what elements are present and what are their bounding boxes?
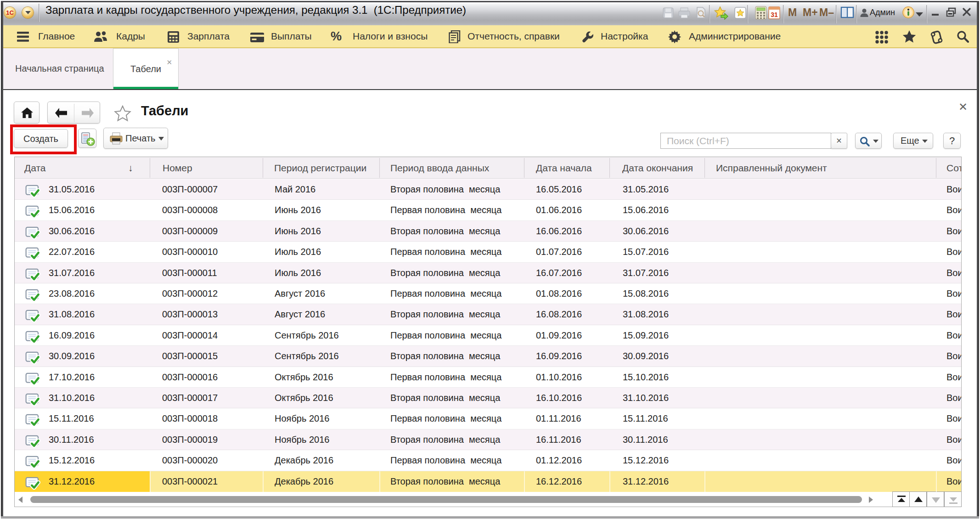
svg-text:31: 31 (771, 11, 778, 18)
